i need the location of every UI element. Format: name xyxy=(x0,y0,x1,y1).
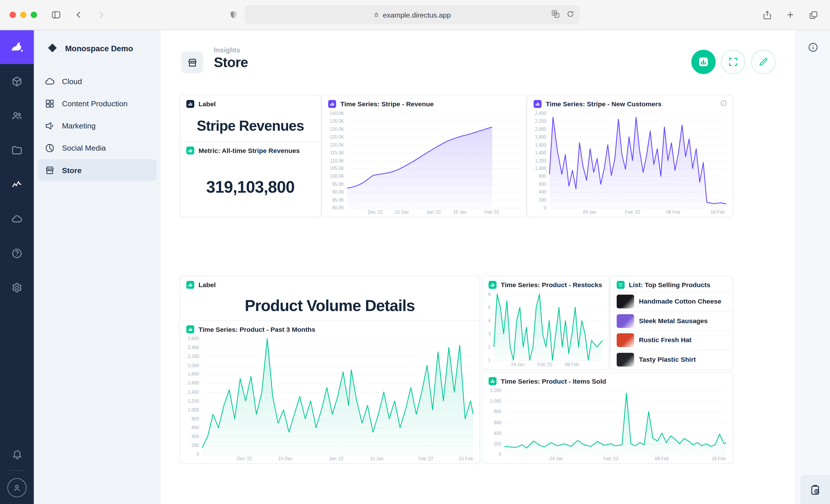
panel-header-label: Time Series: Product - Restocks xyxy=(501,281,602,289)
panel-restocks[interactable]: Time Series: Product - Restocks 65432124… xyxy=(482,276,609,370)
lock-icon xyxy=(373,11,380,18)
new-customers-chart: 2,4002,2002,0001,8001,6001,4001,2001,000… xyxy=(527,110,733,217)
storefront-icon xyxy=(44,165,55,175)
sidebar-item-label: Marketing xyxy=(62,122,96,130)
module-settings-icon[interactable] xyxy=(0,270,34,305)
product-thumbnail xyxy=(617,353,634,367)
panel-header-label: Time Series: Product - Past 3 Months xyxy=(198,326,315,333)
product-thumbnail xyxy=(617,334,634,347)
panel-new-customers[interactable]: Time Series: Stripe - New Customers 2,40… xyxy=(527,95,733,217)
sidebar-item-label: Cloud xyxy=(62,77,82,85)
list-item[interactable]: Handmade Cotton Cheese xyxy=(610,292,733,311)
back-icon[interactable] xyxy=(74,10,84,20)
sidebar-item-marketing[interactable]: Marketing xyxy=(38,115,157,136)
sidebar-toggle-icon[interactable] xyxy=(51,9,61,20)
product-thumbnail xyxy=(617,314,634,328)
sidebar-item-label: Social Media xyxy=(62,144,106,152)
browser-toolbar: example.directus.app xyxy=(0,0,830,30)
metric-value: 319,103,800 xyxy=(206,177,294,196)
metric-panel-icon xyxy=(187,146,195,155)
module-cloud-icon[interactable] xyxy=(0,202,34,236)
page-title: Store xyxy=(214,55,248,70)
panel-product-volume[interactable]: Label Product Volume Details Time Series… xyxy=(180,276,480,464)
stripe-revenue-chart: 140.0K135.0K130.0K125.0K120.0K115.0K110.… xyxy=(322,110,526,217)
user-avatar[interactable] xyxy=(7,478,27,497)
panel-stripe-label-metric[interactable]: Label Stripe Revenues Metric: All-time S… xyxy=(180,95,321,217)
project-name: Monospace Demo xyxy=(65,44,133,53)
project-logo xyxy=(47,42,58,54)
breadcrumb[interactable]: Insights xyxy=(214,45,248,55)
notifications-bell-icon[interactable] xyxy=(0,441,34,467)
zoom-window-button[interactable] xyxy=(31,11,37,18)
restocks-chart: 65432124 JanFeb '2208 Feb xyxy=(482,292,609,369)
label-text: Product Volume Details xyxy=(245,297,415,314)
sidebar-item-store[interactable]: Store xyxy=(38,159,157,181)
list-panel-icon xyxy=(617,281,625,289)
right-sidebar xyxy=(796,30,830,504)
sidebar-item-social-media[interactable]: Social Media xyxy=(38,137,157,159)
label-text: Stripe Revenues xyxy=(197,118,304,134)
privacy-shield-icon[interactable] xyxy=(228,10,238,20)
panel-header-label: Label xyxy=(198,281,216,289)
panel-top-products[interactable]: List: Top Selling Products Handmade Cott… xyxy=(610,276,733,370)
product-name: Sleek Metal Sausages xyxy=(639,317,708,325)
product-name: Rustic Fresh Hat xyxy=(639,337,691,344)
sidebar-item-cloud[interactable]: Cloud xyxy=(38,70,157,92)
info-icon[interactable] xyxy=(807,42,819,55)
panel-header-label: Metric: All-time Stripe Revenues xyxy=(198,147,300,155)
reload-icon[interactable] xyxy=(566,10,574,20)
module-content-icon[interactable] xyxy=(0,64,34,98)
new-tab-icon[interactable] xyxy=(786,10,795,20)
label-panel-icon xyxy=(187,100,195,108)
add-panel-button[interactable] xyxy=(691,50,715,74)
module-insights-icon[interactable] xyxy=(0,167,34,201)
list-item[interactable]: Rustic Fresh Hat xyxy=(610,330,733,349)
panel-header-label: Time Series: Product - Items Sold xyxy=(501,377,606,385)
forward-icon[interactable] xyxy=(96,10,106,20)
pie-chart-icon xyxy=(44,142,55,153)
panel-stripe-revenue[interactable]: Time Series: Stripe - Revenue 140.0K135.… xyxy=(321,95,527,217)
panel-header-label: List: Top Selling Products xyxy=(629,281,710,289)
megaphone-icon xyxy=(44,121,55,131)
divider xyxy=(9,470,25,471)
translate-icon[interactable] xyxy=(551,9,560,20)
activity-drawer-button[interactable] xyxy=(800,475,830,504)
module-files-icon[interactable] xyxy=(0,133,34,167)
product-thumbnail xyxy=(617,295,634,308)
sidebar-item-label: Store xyxy=(62,166,82,174)
directus-logo[interactable] xyxy=(0,30,34,64)
cloud-icon xyxy=(44,76,55,87)
timeseries-panel-icon xyxy=(488,281,497,289)
sidebar-item-content-production[interactable]: Content Production xyxy=(38,93,157,114)
timeseries-panel-icon xyxy=(187,326,195,334)
module-help-icon[interactable] xyxy=(0,236,34,270)
fullscreen-button[interactable] xyxy=(721,50,745,74)
panel-items-sold[interactable]: Time Series: Product - Items Sold 1,2001… xyxy=(482,372,733,464)
module-users-icon[interactable] xyxy=(0,99,34,133)
grid-icon xyxy=(44,98,55,109)
product-name: Tasty Plastic Shirt xyxy=(639,356,696,364)
tabs-overview-icon[interactable] xyxy=(808,10,819,20)
label-panel-icon xyxy=(187,281,195,289)
timeseries-panel-icon xyxy=(534,100,542,108)
minimize-window-button[interactable] xyxy=(20,11,27,18)
timeseries-panel-icon xyxy=(328,100,336,108)
list-item[interactable]: Sleek Metal Sausages xyxy=(610,311,733,330)
edit-dashboard-button[interactable] xyxy=(751,50,775,74)
screen: example.directus.app xyxy=(0,0,830,504)
panel-header-label: Time Series: Stripe - Revenue xyxy=(340,100,434,108)
past-3-months-chart: 2,6002,4002,2002,0001,8001,6001,4001,200… xyxy=(180,336,480,463)
close-window-button[interactable] xyxy=(9,11,16,18)
address-bar[interactable]: example.directus.app xyxy=(245,5,580,24)
panel-header-label: Time Series: Stripe - New Customers xyxy=(546,100,662,108)
timeseries-panel-icon xyxy=(488,377,497,385)
navigation-sidebar: Monospace Demo Cloud Content Production … xyxy=(34,30,161,504)
share-icon[interactable] xyxy=(762,10,772,20)
module-bar xyxy=(0,30,34,504)
url-text: example.directus.app xyxy=(383,11,451,19)
panel-header-label: Label xyxy=(198,100,216,108)
dashboard-icon xyxy=(181,51,203,73)
product-name: Handmade Cotton Cheese xyxy=(639,298,721,305)
panel-info-icon[interactable] xyxy=(720,99,727,108)
list-item[interactable]: Tasty Plastic Shirt xyxy=(610,350,733,369)
